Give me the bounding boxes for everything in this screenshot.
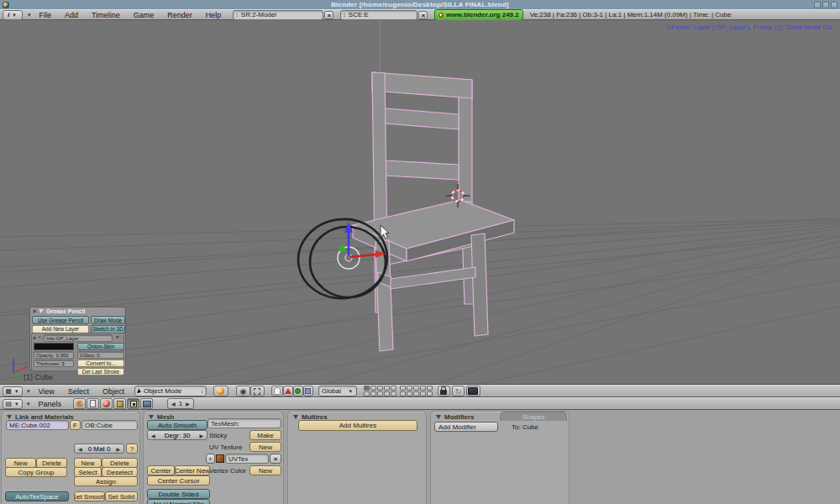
translate-manipulator-toggle[interactable] bbox=[283, 386, 293, 396]
sticky-make-button[interactable]: Make bbox=[249, 430, 281, 440]
gstep-slider[interactable]: GStep: 0 bbox=[77, 351, 124, 359]
add-modifier-button[interactable]: Add Modifier bbox=[434, 422, 498, 432]
panel-collapse-icon[interactable] bbox=[293, 415, 298, 419]
center-button[interactable]: Center bbox=[147, 465, 175, 475]
layer-toggle[interactable] bbox=[370, 391, 376, 396]
texmesh-field[interactable]: TexMesh: bbox=[207, 418, 281, 428]
step-right-icon[interactable]: ▶ bbox=[186, 401, 190, 407]
panel-collapse-icon[interactable] bbox=[149, 415, 154, 419]
sync-button[interactable]: ↻ bbox=[452, 386, 465, 396]
layer-toggle[interactable] bbox=[400, 386, 406, 391]
uv-pin-button[interactable]: + bbox=[206, 454, 215, 464]
layer-toggle[interactable] bbox=[391, 386, 396, 391]
menu-panels[interactable]: Panels bbox=[32, 400, 69, 408]
material-index-stepper[interactable]: ◀ 0 Mat 0 ▶ bbox=[74, 444, 124, 454]
menu-object[interactable]: Object bbox=[96, 387, 131, 396]
layer-toggle[interactable] bbox=[427, 391, 433, 396]
sketch-in-3d-toggle[interactable]: Sketch in 3D bbox=[91, 325, 125, 333]
viewport-3d[interactable]: GPencil: Layer ('GP_Layer'), Frame (1), … bbox=[0, 20, 840, 385]
layer-toggle[interactable] bbox=[413, 386, 419, 391]
mode-dropdown[interactable]: Object Mode ↕ bbox=[134, 386, 207, 396]
uv-new-button[interactable]: New bbox=[249, 442, 281, 452]
editor-type-button-3dview[interactable]: ▦ ▾ bbox=[3, 386, 23, 396]
del-last-stroke-button[interactable]: Del Last Stroke bbox=[77, 368, 124, 375]
object-name-field[interactable]: OB:Cube bbox=[81, 420, 138, 430]
uv-layer-name-field[interactable]: UVTex bbox=[225, 454, 269, 464]
double-sided-toggle[interactable]: Double Sided bbox=[147, 489, 210, 499]
uv-delete-button[interactable]: × bbox=[270, 454, 281, 464]
shading-context-button[interactable] bbox=[100, 398, 113, 409]
frame-stepper[interactable]: ◀ 1 ▶ bbox=[167, 398, 194, 409]
copy-group-button[interactable]: Copy Group bbox=[5, 467, 67, 477]
close-button[interactable] bbox=[831, 2, 837, 8]
center-new-button[interactable]: Center New bbox=[175, 465, 210, 475]
convert-to-button[interactable]: Convert to... bbox=[77, 360, 124, 367]
menu-timeline[interactable]: Timeline bbox=[85, 11, 127, 19]
layer-toggle[interactable] bbox=[427, 386, 433, 391]
minimize-button[interactable] bbox=[814, 2, 821, 8]
auto-smooth-toggle[interactable]: Auto Smooth bbox=[147, 420, 207, 430]
layer-toggle[interactable] bbox=[377, 391, 383, 396]
step-right-icon[interactable]: ▶ bbox=[199, 433, 203, 438]
layer-toggle[interactable] bbox=[400, 391, 406, 396]
assign-button[interactable]: Assign bbox=[74, 476, 138, 486]
shapes-tab[interactable]: Shapes bbox=[500, 412, 567, 421]
object-context-button[interactable] bbox=[113, 398, 126, 409]
step-left-icon[interactable]: ◀ bbox=[78, 446, 82, 452]
rotate-manipulator-toggle[interactable] bbox=[293, 386, 303, 396]
center-only-button[interactable] bbox=[250, 386, 265, 396]
editor-type-button[interactable]: i ▾ bbox=[3, 10, 23, 20]
scene-context-button[interactable] bbox=[140, 398, 153, 409]
lock-button[interactable] bbox=[438, 386, 450, 396]
menu-select[interactable]: Select bbox=[61, 387, 96, 396]
menu-add[interactable]: Add bbox=[58, 11, 85, 19]
opacity-slider[interactable]: Opacity: 0.900 bbox=[34, 351, 74, 359]
collapse-menu-icon[interactable]: ▾ bbox=[25, 388, 32, 395]
menu-render[interactable]: Render bbox=[160, 11, 199, 19]
step-left-icon[interactable]: ◀ bbox=[171, 401, 176, 407]
panel-close-icon[interactable]: × bbox=[33, 308, 36, 314]
version-badge[interactable]: www.blender.org 249.2 bbox=[434, 9, 522, 21]
layer-delete-icon[interactable]: × bbox=[116, 334, 119, 339]
autotexspace-toggle[interactable]: AutoTexSpace bbox=[5, 491, 69, 501]
panel-collapse-icon[interactable] bbox=[39, 309, 44, 313]
draw-mode-toggle[interactable]: Draw Mode bbox=[91, 316, 125, 324]
degr-stepper[interactable]: ◀ Degr: 30 ▶ bbox=[147, 430, 207, 440]
script-context-button[interactable] bbox=[87, 398, 99, 409]
pivot-dropdown[interactable]: ◉ bbox=[236, 386, 250, 396]
layer-expand-icon[interactable]: ▸ bbox=[34, 334, 36, 340]
material-question-button[interactable]: ? bbox=[126, 444, 138, 454]
collapse-menu-icon[interactable]: ▾ bbox=[25, 401, 32, 407]
layer-toggle[interactable] bbox=[420, 386, 426, 391]
scene-selector[interactable]: ↕ SCE:E bbox=[340, 10, 417, 20]
layer-toggle[interactable] bbox=[364, 386, 370, 391]
draw-type-button[interactable] bbox=[213, 386, 228, 396]
add-multires-button[interactable]: Add Multires bbox=[298, 420, 417, 431]
set-smooth-button[interactable]: Set Smooth bbox=[74, 491, 105, 501]
render-preview-button[interactable] bbox=[466, 386, 480, 396]
step-right-icon[interactable]: ▶ bbox=[116, 446, 120, 452]
layer-name-field[interactable]: Info:GP_Layer bbox=[44, 334, 113, 342]
layer-toggle[interactable] bbox=[384, 386, 390, 391]
panel-collapse-icon[interactable] bbox=[436, 415, 441, 419]
thickness-slider[interactable]: Thickness: 3 bbox=[34, 360, 74, 367]
layer-toggle[interactable] bbox=[370, 386, 376, 391]
stroke-color-swatch[interactable] bbox=[34, 343, 74, 350]
layer-toggle[interactable] bbox=[407, 391, 412, 396]
scale-manipulator-toggle[interactable] bbox=[303, 386, 313, 396]
panel-collapse-icon[interactable] bbox=[7, 415, 12, 419]
mesh-name-field[interactable]: ME:Cube.002 bbox=[6, 420, 69, 430]
orientation-dropdown[interactable]: Global ▾ bbox=[318, 386, 357, 396]
layer-toggle[interactable] bbox=[420, 391, 426, 396]
layer-toggle[interactable] bbox=[377, 386, 383, 391]
set-solid-button[interactable]: Set Solid bbox=[105, 491, 138, 501]
layer-toggle[interactable] bbox=[407, 386, 412, 391]
center-cursor-button[interactable]: Center Cursor bbox=[147, 475, 210, 486]
add-new-layer-button[interactable]: Add New Layer bbox=[32, 325, 89, 333]
layer-toggle[interactable] bbox=[384, 391, 390, 396]
menu-file[interactable]: File bbox=[33, 11, 59, 19]
collapse-menu-icon[interactable]: ▾ bbox=[26, 12, 33, 18]
use-grease-pencil-toggle[interactable]: Use Grease Pencil bbox=[32, 316, 89, 324]
vertex-color-new-button[interactable]: New bbox=[249, 465, 281, 475]
layer-toggle[interactable] bbox=[391, 391, 396, 396]
